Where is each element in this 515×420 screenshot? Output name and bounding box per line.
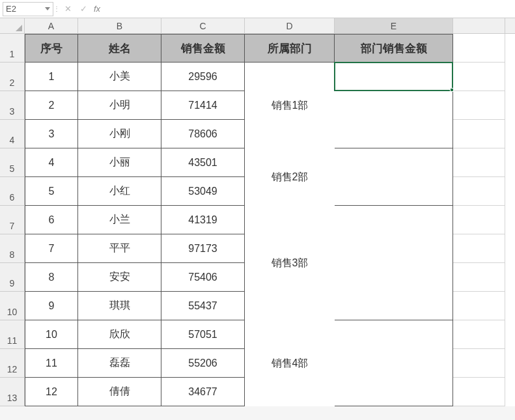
row-header[interactable]: 7 (0, 206, 25, 234)
cell-dept-amount-merged[interactable] (335, 263, 453, 292)
row-header[interactable]: 3 (0, 91, 25, 120)
col-header-a[interactable]: A (25, 18, 78, 33)
empty-cell[interactable] (453, 292, 505, 320)
cell-seq[interactable]: 3 (25, 120, 78, 148)
cell-dept-amount-merged[interactable] (335, 349, 453, 378)
select-all-corner[interactable] (0, 18, 25, 34)
cell-name[interactable]: 琪琪 (78, 292, 161, 320)
cell-amount[interactable]: 29596 (161, 63, 245, 91)
cell-amount[interactable]: 71414 (161, 91, 245, 120)
row-header[interactable]: 2 (0, 63, 25, 91)
sheet-area: A B C D E 1 2 3 4 5 6 7 8 9 10 11 12 13 … (0, 18, 515, 406)
col-header-d[interactable]: D (245, 18, 335, 33)
row-header[interactable]: 12 (0, 349, 25, 378)
cell-seq[interactable]: 5 (25, 177, 78, 206)
cell-amount[interactable]: 34677 (161, 378, 245, 406)
dept-label-3[interactable]: 销售3部 (245, 206, 335, 320)
cell-seq[interactable]: 12 (25, 378, 78, 406)
row-header[interactable]: 5 (0, 148, 25, 177)
cell-seq[interactable]: 9 (25, 292, 78, 320)
cell-dept-amount-merged[interactable] (335, 148, 453, 177)
col-header-blank[interactable] (453, 18, 505, 33)
cell-seq[interactable]: 2 (25, 91, 78, 120)
row-header[interactable]: 13 (0, 378, 25, 406)
cell-name[interactable]: 小美 (78, 63, 161, 91)
cell-dept-amount-merged[interactable] (335, 234, 453, 263)
cell-seq[interactable]: 6 (25, 206, 78, 234)
dept-label-1[interactable]: 销售1部 (245, 63, 335, 148)
cell-dept-amount-merged[interactable] (335, 120, 453, 148)
header-name[interactable]: 姓名 (78, 34, 161, 63)
confirm-icon: ✓ (76, 2, 91, 16)
empty-cell[interactable] (453, 148, 505, 177)
dropdown-icon[interactable] (45, 7, 50, 10)
cell-name[interactable]: 小刚 (78, 120, 161, 148)
fx-icon[interactable]: fx (91, 4, 103, 14)
empty-cell[interactable] (453, 378, 505, 406)
row-header[interactable]: 6 (0, 177, 25, 206)
name-box-text: E2 (6, 4, 16, 14)
cell-dept-amount-merged[interactable] (335, 292, 453, 320)
cell-seq[interactable]: 10 (25, 320, 78, 349)
cell-amount[interactable]: 78606 (161, 120, 245, 148)
empty-cell[interactable] (453, 120, 505, 148)
cell-name[interactable]: 倩倩 (78, 378, 161, 406)
cell-amount[interactable]: 97173 (161, 234, 245, 263)
cell-amount[interactable]: 75406 (161, 263, 245, 292)
empty-cell[interactable] (453, 63, 505, 91)
cell-amount[interactable]: 41319 (161, 206, 245, 234)
empty-cell[interactable] (453, 349, 505, 378)
cell-name[interactable]: 欣欣 (78, 320, 161, 349)
row-header[interactable]: 10 (0, 292, 25, 320)
cell-dept-amount-merged[interactable] (335, 206, 453, 234)
col-header-c[interactable]: C (161, 18, 245, 33)
cell-dept-amount-merged[interactable] (335, 177, 453, 206)
formula-input[interactable] (105, 2, 512, 16)
cell-amount[interactable]: 53049 (161, 177, 245, 206)
cell-seq[interactable]: 11 (25, 349, 78, 378)
row-headers: 1 2 3 4 5 6 7 8 9 10 11 12 13 (0, 34, 25, 406)
cell-seq[interactable]: 1 (25, 63, 78, 91)
cell-amount[interactable]: 55437 (161, 292, 245, 320)
empty-cell[interactable] (453, 91, 505, 120)
row-header[interactable]: 9 (0, 263, 25, 292)
cell-seq[interactable]: 7 (25, 234, 78, 263)
cell-dept-amount-merged[interactable] (335, 91, 453, 120)
row-header[interactable]: 11 (0, 320, 25, 349)
cell-name[interactable]: 小红 (78, 177, 161, 206)
cell-amount[interactable]: 43501 (161, 148, 245, 177)
header-seq[interactable]: 序号 (25, 34, 78, 63)
empty-cell[interactable] (453, 34, 505, 63)
cell-name[interactable]: 小兰 (78, 206, 161, 234)
empty-cell[interactable] (453, 206, 505, 234)
formula-bar: E2 ⋮ ✕ ✓ fx (0, 0, 515, 18)
cell-dept-amount-merged[interactable] (335, 63, 453, 91)
cell-name[interactable]: 安安 (78, 263, 161, 292)
empty-cell[interactable] (453, 177, 505, 206)
empty-cell[interactable] (453, 320, 505, 349)
col-header-e[interactable]: E (335, 18, 453, 33)
dept-label-2[interactable]: 销售2部 (245, 148, 335, 206)
row-header[interactable]: 4 (0, 120, 25, 148)
cell-dept-amount-merged[interactable] (335, 320, 453, 349)
empty-cell[interactable] (453, 263, 505, 292)
row-header[interactable]: 1 (0, 34, 25, 63)
header-amount[interactable]: 销售金额 (161, 34, 245, 63)
separator-icon: ⋮ (53, 5, 60, 12)
cell-name[interactable]: 平平 (78, 234, 161, 263)
name-box[interactable]: E2 (3, 2, 53, 16)
cell-amount[interactable]: 57051 (161, 320, 245, 349)
cell-name[interactable]: 小丽 (78, 148, 161, 177)
row-header[interactable]: 8 (0, 234, 25, 263)
cell-seq[interactable]: 4 (25, 148, 78, 177)
header-dept-amount[interactable]: 部门销售金额 (335, 34, 453, 63)
empty-cell[interactable] (453, 234, 505, 263)
dept-label-4[interactable]: 销售4部 (245, 320, 335, 406)
cell-seq[interactable]: 8 (25, 263, 78, 292)
cell-name[interactable]: 磊磊 (78, 349, 161, 378)
cell-amount[interactable]: 55206 (161, 349, 245, 378)
cell-dept-amount-merged[interactable] (335, 378, 453, 406)
cell-name[interactable]: 小明 (78, 91, 161, 120)
col-header-b[interactable]: B (78, 18, 161, 33)
header-dept[interactable]: 所属部门 (245, 34, 335, 63)
